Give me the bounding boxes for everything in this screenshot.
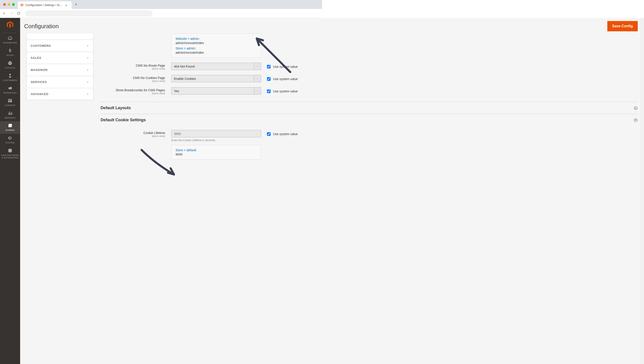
- magento-logo-icon: [6, 21, 14, 29]
- cookie-lifetime-use-system-checkbox[interactable]: [267, 132, 270, 136]
- browser-tabstrip: Configuration / Settings / Store × +: [0, 0, 322, 9]
- scope-store-link-2[interactable]: Store > default:: [176, 148, 257, 152]
- cms-noroute-use-system-checkbox[interactable]: [267, 65, 270, 69]
- new-tab-button[interactable]: +: [73, 1, 79, 8]
- nav-reports[interactable]: REPORTS: [0, 109, 20, 122]
- cms-nocookies-select[interactable]: Enable Cookies: [171, 75, 261, 82]
- use-system-label: Use system value: [273, 132, 298, 136]
- cookie-lifetime-label: Cookie Lifetime: [100, 131, 165, 135]
- nav-stores[interactable]: STORES: [0, 121, 20, 134]
- breadcrumbs-scope: [store view]: [100, 92, 165, 95]
- select-caret-icon: [254, 88, 261, 94]
- bar-chart-icon: [8, 111, 12, 116]
- chevron-down-icon: [86, 56, 89, 60]
- browser-tab-title: Configuration / Settings / Store: [26, 4, 64, 7]
- chevron-down-icon: [86, 81, 89, 84]
- cookie-lifetime-input[interactable]: [171, 130, 261, 137]
- scope-override-box-2: Store > default: 9000: [171, 145, 261, 160]
- page-title: Configuration: [24, 23, 59, 30]
- tab-close-button[interactable]: ×: [65, 4, 67, 7]
- store-icon: [8, 123, 12, 128]
- forward-button[interactable]: [10, 12, 14, 16]
- scope-store-value: admin/noroute/index: [176, 51, 257, 54]
- window-minimize-icon[interactable]: [8, 3, 10, 6]
- window-close-icon[interactable]: [3, 3, 6, 6]
- chevron-down-icon: [86, 44, 89, 48]
- cms-noroute-label: CMS No Route Page: [100, 64, 165, 67]
- layout-icon: [8, 98, 12, 103]
- nav-marketing[interactable]: MARKETING: [0, 84, 20, 96]
- accordion-item-sales[interactable]: SALES: [26, 52, 94, 64]
- cms-noroute-select[interactable]: 404 Not Found: [171, 63, 261, 70]
- use-system-label: Use system value: [273, 77, 298, 81]
- svg-text:$: $: [9, 48, 11, 53]
- cms-noroute-scope: [store view]: [100, 67, 165, 70]
- magento-favicon-icon: [20, 3, 24, 7]
- config-form: Website > admin: admin/noroute/index Sto…: [94, 34, 322, 182]
- scope-store-link[interactable]: Store > admin:: [176, 47, 257, 50]
- page-content: Configuration Save Config CUSTOMERS SALE…: [20, 18, 322, 182]
- nav-catalog[interactable]: CATALOG: [0, 59, 20, 71]
- dollar-icon: $: [8, 48, 12, 53]
- gauge-icon: [8, 36, 12, 41]
- accordion-item-blank[interactable]: [26, 34, 94, 40]
- use-system-label: Use system value: [273, 90, 298, 93]
- back-button[interactable]: [2, 12, 6, 16]
- person-icon: [8, 73, 12, 78]
- nav-find-partners[interactable]: FIND PARTNERS & EXTENSIONS: [0, 146, 20, 161]
- cms-nocookies-scope: [store view]: [100, 80, 165, 82]
- cms-nocookies-use-system-checkbox[interactable]: [267, 77, 270, 81]
- breadcrumbs-label: Show Breadcrumbs for CMS Pages: [100, 88, 165, 92]
- section-default-layouts[interactable]: Default Layouts: [100, 102, 322, 114]
- cookie-lifetime-note: Enter the Cookie Lifetime in seconds.: [171, 139, 261, 142]
- section-default-cookie[interactable]: Default Cookie Settings: [100, 114, 322, 126]
- breadcrumbs-use-system-checkbox[interactable]: [267, 90, 270, 93]
- gear-icon: [8, 136, 12, 141]
- reload-button[interactable]: [16, 12, 20, 16]
- window-controls: [0, 3, 18, 6]
- accordion-item-customers[interactable]: CUSTOMERS: [26, 40, 94, 52]
- window-zoom-icon[interactable]: [12, 3, 15, 6]
- nav-sales[interactable]: $ SALES: [0, 46, 20, 59]
- breadcrumbs-select[interactable]: Yes: [171, 87, 261, 95]
- scope-website-value: admin/noroute/index: [176, 41, 257, 45]
- cube-icon: [8, 61, 12, 66]
- browser-toolbar: [0, 9, 322, 18]
- nav-system[interactable]: SYSTEM: [0, 134, 20, 146]
- accordion-item-advanced[interactable]: ADVANCED: [26, 88, 94, 100]
- nav-dashboard[interactable]: DASHBOARD: [0, 34, 20, 46]
- nav-customers[interactable]: CUSTOMERS: [0, 71, 20, 84]
- accordion-item-services[interactable]: SERVICES: [26, 76, 94, 88]
- admin-nav-rail: DASHBOARD $ SALES CATALOG CUSTOMERS MARK…: [0, 18, 20, 182]
- config-nav-accordion: CUSTOMERS SALES MAGENIZR SERVICES ADVANC…: [26, 34, 94, 182]
- megaphone-icon: [8, 86, 12, 91]
- nav-content[interactable]: CONTENT: [0, 96, 20, 109]
- use-system-label: Use system value: [273, 65, 298, 69]
- browser-tab[interactable]: Configuration / Settings / Store ×: [18, 1, 72, 9]
- accordion-item-magenizr[interactable]: MAGENIZR: [26, 64, 94, 76]
- address-bar[interactable]: [25, 10, 152, 17]
- nav-find-partners-label: FIND PARTNERS & EXTENSIONS: [1, 154, 19, 159]
- select-caret-icon: [254, 75, 261, 82]
- puzzle-icon: [8, 148, 12, 153]
- scope-override-box: Website > admin: admin/noroute/index Sto…: [171, 34, 261, 58]
- chevron-down-icon: [86, 69, 89, 72]
- chevron-down-icon: [86, 92, 89, 96]
- cms-nocookies-label: CMS No Cookies Page: [100, 76, 165, 80]
- scope-store-value-2: 9000: [176, 153, 257, 156]
- cookie-lifetime-scope: [store view]: [100, 135, 165, 137]
- select-caret-icon: [254, 63, 261, 70]
- scope-website-link[interactable]: Website > admin:: [176, 37, 257, 41]
